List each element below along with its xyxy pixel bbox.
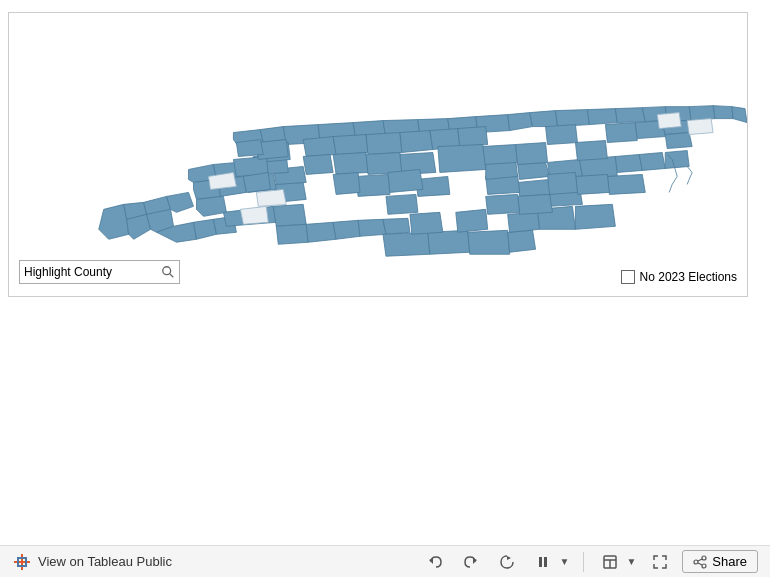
svg-line-125 bbox=[698, 559, 702, 561]
svg-marker-83 bbox=[366, 153, 403, 175]
svg-marker-105 bbox=[687, 119, 713, 135]
svg-marker-48 bbox=[508, 212, 540, 232]
svg-marker-43 bbox=[383, 218, 410, 234]
svg-marker-5 bbox=[167, 192, 194, 212]
revert-button[interactable] bbox=[493, 549, 521, 575]
viz-area: Highlight County No 2023 Elections bbox=[0, 0, 770, 545]
share-button[interactable]: Share bbox=[682, 550, 758, 573]
svg-marker-62 bbox=[518, 194, 553, 214]
main-container: Highlight County No 2023 Elections bbox=[0, 0, 770, 577]
legend-box bbox=[621, 270, 635, 284]
toolbar-divider bbox=[583, 552, 584, 572]
svg-marker-72 bbox=[546, 125, 578, 145]
svg-marker-44 bbox=[383, 232, 430, 256]
svg-marker-30 bbox=[713, 106, 733, 119]
svg-marker-41 bbox=[333, 220, 360, 239]
svg-marker-63 bbox=[486, 194, 520, 214]
legend-label: No 2023 Elections bbox=[640, 270, 737, 284]
map-frame: Highlight County No 2023 Elections bbox=[8, 12, 748, 297]
svg-marker-45 bbox=[428, 230, 470, 254]
svg-marker-100 bbox=[243, 172, 270, 192]
svg-marker-116 bbox=[507, 556, 511, 560]
search-icon bbox=[161, 265, 175, 279]
svg-marker-81 bbox=[333, 153, 368, 175]
svg-rect-118 bbox=[544, 557, 547, 567]
share-icon bbox=[693, 555, 707, 569]
custom-view-dropdown-button[interactable]: ▼ bbox=[624, 554, 638, 569]
svg-marker-70 bbox=[483, 145, 518, 165]
svg-marker-42 bbox=[358, 219, 386, 236]
redo-button[interactable] bbox=[457, 549, 485, 575]
bottom-toolbar: View on Tableau Public bbox=[0, 545, 770, 577]
custom-view-button-group: ▼ bbox=[596, 549, 638, 575]
svg-marker-82 bbox=[366, 133, 402, 155]
share-label: Share bbox=[712, 554, 747, 569]
svg-marker-22 bbox=[508, 113, 533, 131]
svg-marker-89 bbox=[388, 169, 423, 192]
svg-marker-23 bbox=[530, 111, 558, 127]
svg-marker-58 bbox=[665, 151, 689, 169]
svg-marker-66 bbox=[386, 194, 418, 214]
fullscreen-button[interactable] bbox=[646, 549, 674, 575]
svg-marker-59 bbox=[607, 174, 645, 194]
svg-marker-26 bbox=[615, 108, 645, 123]
svg-point-122 bbox=[702, 556, 706, 560]
svg-rect-117 bbox=[539, 557, 542, 567]
tableau-logo[interactable]: View on Tableau Public bbox=[12, 552, 172, 572]
svg-marker-65 bbox=[410, 212, 443, 234]
undo-icon bbox=[426, 553, 444, 571]
svg-marker-50 bbox=[575, 204, 615, 229]
revert-icon bbox=[498, 553, 516, 571]
svg-point-123 bbox=[702, 564, 706, 568]
svg-marker-71 bbox=[516, 143, 548, 165]
tableau-icon bbox=[12, 552, 32, 572]
svg-marker-47 bbox=[508, 230, 536, 252]
svg-marker-34 bbox=[196, 196, 226, 216]
map-svg bbox=[9, 13, 747, 296]
search-input[interactable]: Highlight County bbox=[24, 265, 159, 279]
svg-marker-7 bbox=[194, 219, 217, 239]
search-box-container[interactable]: Highlight County bbox=[19, 260, 180, 284]
svg-marker-38 bbox=[273, 204, 306, 226]
empty-space bbox=[8, 297, 762, 537]
svg-marker-80 bbox=[333, 135, 368, 155]
svg-marker-77 bbox=[665, 133, 692, 149]
svg-rect-109 bbox=[14, 561, 30, 563]
svg-marker-46 bbox=[468, 230, 510, 254]
svg-line-107 bbox=[170, 274, 174, 278]
svg-marker-103 bbox=[240, 206, 268, 224]
svg-marker-79 bbox=[303, 155, 333, 175]
svg-marker-39 bbox=[276, 224, 308, 244]
svg-rect-112 bbox=[17, 557, 27, 559]
svg-marker-56 bbox=[615, 155, 642, 173]
svg-marker-25 bbox=[587, 109, 617, 125]
svg-marker-84 bbox=[400, 131, 433, 153]
svg-marker-91 bbox=[333, 172, 360, 194]
svg-marker-73 bbox=[575, 141, 607, 161]
svg-marker-31 bbox=[732, 107, 747, 123]
pause-button[interactable] bbox=[529, 549, 557, 575]
svg-rect-113 bbox=[17, 565, 27, 567]
pause-dropdown-button[interactable]: ▼ bbox=[557, 554, 571, 569]
legend-container: No 2023 Elections bbox=[621, 270, 737, 284]
svg-point-106 bbox=[163, 267, 171, 275]
svg-marker-99 bbox=[236, 140, 263, 157]
svg-marker-64 bbox=[456, 209, 488, 232]
svg-marker-52 bbox=[518, 179, 553, 196]
svg-marker-40 bbox=[306, 222, 336, 242]
tableau-link-label: View on Tableau Public bbox=[38, 554, 172, 569]
pause-icon bbox=[534, 553, 552, 571]
svg-line-126 bbox=[698, 563, 702, 565]
undo-button[interactable] bbox=[421, 549, 449, 575]
svg-point-124 bbox=[694, 560, 698, 564]
custom-view-button[interactable] bbox=[596, 549, 624, 575]
svg-marker-104 bbox=[657, 113, 681, 129]
svg-marker-53 bbox=[518, 162, 550, 179]
svg-marker-87 bbox=[458, 127, 488, 147]
svg-marker-0 bbox=[99, 204, 129, 239]
svg-marker-102 bbox=[256, 189, 286, 206]
pause-button-group: ▼ bbox=[529, 549, 571, 575]
redo-icon bbox=[462, 553, 480, 571]
svg-marker-74 bbox=[605, 123, 637, 143]
custom-view-icon bbox=[601, 553, 619, 571]
